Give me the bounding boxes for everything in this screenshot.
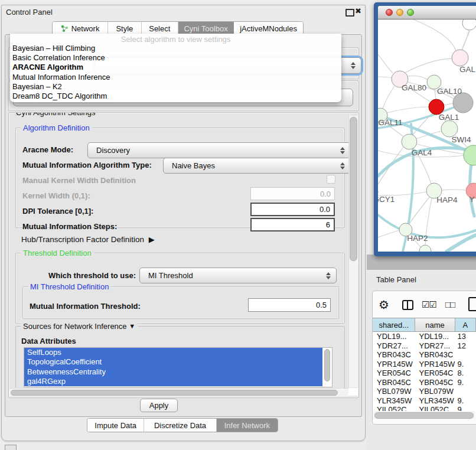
network-node-label: SWI4 bbox=[451, 135, 471, 144]
table-horizontal-scrollbar[interactable] bbox=[373, 411, 475, 419]
which-threshold-combo[interactable]: MI Threshold bbox=[139, 268, 337, 283]
table-row[interactable]: YLR345WYLR345W9. bbox=[373, 396, 476, 406]
settings-vertical-scrollbar[interactable] bbox=[348, 116, 358, 387]
kernel-width-label: Kernel Width (0,1): bbox=[22, 191, 90, 200]
table-cell: YBL079W bbox=[373, 387, 415, 396]
network-edge[interactable] bbox=[442, 190, 466, 190]
network-edge[interactable] bbox=[378, 230, 399, 237]
network-node[interactable] bbox=[402, 134, 417, 149]
manual-kernel-checkbox[interactable] bbox=[327, 175, 335, 184]
popup-item[interactable]: Bayesian – K2 bbox=[10, 82, 341, 92]
data-attributes-list[interactable]: SelfLoopsTopologicalCoefficientBetweenne… bbox=[24, 347, 332, 387]
settings-vscrollbar-thumb[interactable] bbox=[350, 117, 357, 261]
tab-cyni-toolbox-label: Cyni Toolbox bbox=[184, 24, 227, 33]
table-row[interactable]: YBL079WYBL079W bbox=[373, 387, 476, 396]
column-header-clipped[interactable]: A bbox=[455, 318, 476, 331]
network-edge[interactable] bbox=[407, 76, 428, 80]
table-row[interactable]: YBR045CYBR045C9. bbox=[373, 378, 476, 387]
table-row[interactable]: YDL19...YDL19...13 bbox=[373, 332, 476, 341]
zoom-traffic-light-icon[interactable] bbox=[407, 9, 414, 16]
close-traffic-light-icon[interactable] bbox=[386, 9, 393, 16]
network-node[interactable] bbox=[462, 19, 476, 30]
network-canvas-svg: GALGAL80GAL10GAL1SWI4GAL11GAL4GCY1HAP4YH… bbox=[378, 19, 476, 252]
tab-network-label: Network bbox=[71, 24, 100, 33]
table-cell: YBR045C bbox=[415, 378, 455, 387]
table-cell: 9. bbox=[455, 378, 476, 387]
mi-threshold-label: Mutual Information Threshold: bbox=[30, 302, 141, 311]
dpi-tolerance-field[interactable] bbox=[250, 203, 335, 216]
mi-threshold-field[interactable] bbox=[248, 298, 331, 312]
hub-definition-toggle[interactable]: Hub/Transcription Factor Definition ▶ bbox=[21, 235, 152, 244]
network-edge[interactable] bbox=[387, 107, 429, 113]
popup-item[interactable]: Dream8 DC_TDC Algorithm bbox=[10, 92, 341, 101]
network-edge[interactable] bbox=[378, 54, 393, 73]
network-edge[interactable] bbox=[378, 77, 392, 78]
network-node[interactable] bbox=[452, 50, 468, 66]
tab-jactivemnodules[interactable]: jActiveMNodules bbox=[234, 22, 303, 35]
popup-item[interactable]: Basic Correlation Inference bbox=[10, 53, 341, 63]
table-row[interactable]: YER054CYER054C8. bbox=[373, 369, 476, 378]
document-icon[interactable] bbox=[468, 297, 476, 311]
popup-item[interactable]: ARACNE Algorithm bbox=[10, 63, 341, 72]
popup-item[interactable]: Mutual Information Inference bbox=[10, 73, 341, 82]
network-edge[interactable] bbox=[444, 103, 454, 105]
network-icon bbox=[61, 25, 69, 32]
unselect-all-columns-icon[interactable]: □□ bbox=[445, 299, 455, 309]
desktop-background bbox=[367, 255, 476, 270]
network-window-titlebar[interactable] bbox=[378, 6, 476, 19]
attributes-list-scrollbar[interactable] bbox=[324, 348, 331, 386]
network-node[interactable] bbox=[441, 120, 458, 137]
table-cell bbox=[455, 387, 476, 396]
kernel-width-field[interactable] bbox=[250, 187, 335, 200]
apply-button[interactable]: Apply bbox=[140, 399, 178, 412]
network-node[interactable] bbox=[419, 245, 431, 252]
table-cell: 13 bbox=[455, 332, 476, 341]
table-row[interactable]: YDR27...YDR27...12 bbox=[373, 341, 476, 351]
table-row[interactable]: YPR145WYPR145W9. bbox=[373, 360, 476, 369]
popup-item[interactable]: Bayesian – Hill Climbing bbox=[10, 44, 341, 53]
network-edge[interactable] bbox=[378, 147, 403, 187]
table-body[interactable]: YDL19...YDL19...13YDR27...YDR27...12YBR0… bbox=[373, 332, 476, 412]
split-pane-icon[interactable] bbox=[402, 300, 413, 310]
table-panel-title: Table Panel bbox=[376, 275, 416, 284]
column-header-shared-name[interactable]: shared... bbox=[373, 318, 415, 331]
network-canvas[interactable]: GALGAL80GAL10GAL1SWI4GAL11GAL4GCY1HAP4YH… bbox=[378, 19, 476, 252]
network-edge[interactable] bbox=[413, 19, 456, 51]
mi-type-combo[interactable]: Naive Bayes bbox=[163, 158, 351, 174]
select-all-columns-icon[interactable]: ☑☑ bbox=[422, 299, 436, 310]
expanded-arrow-icon[interactable]: ▼ bbox=[129, 322, 135, 330]
tab-style[interactable]: Style bbox=[108, 22, 141, 35]
data-attributes-label: Data Attributes bbox=[21, 337, 76, 345]
float-window-icon[interactable] bbox=[345, 9, 354, 17]
minimize-traffic-light-icon[interactable] bbox=[396, 9, 403, 16]
mi-steps-field[interactable] bbox=[250, 218, 335, 231]
table-hscrollbar-thumb[interactable] bbox=[374, 412, 474, 419]
settings-hscrollbar-thumb[interactable] bbox=[11, 390, 338, 396]
attribute-list-item[interactable]: BetweennessCentrality bbox=[24, 367, 322, 377]
table-row[interactable]: YBR043CYBR043C bbox=[373, 350, 476, 360]
close-icon[interactable]: ✖ bbox=[355, 6, 361, 15]
network-node-label: GAL10 bbox=[437, 87, 462, 96]
gear-icon[interactable]: ⚙ bbox=[379, 298, 389, 312]
tab-discretize-data[interactable]: Discretize Data bbox=[144, 419, 216, 432]
tab-impute-data[interactable]: Impute Data bbox=[87, 419, 144, 432]
attribute-list-item[interactable]: TopologicalCoefficient bbox=[24, 357, 322, 367]
tab-cyni-toolbox[interactable]: Cyni Toolbox bbox=[178, 22, 234, 35]
attribute-list-item[interactable]: gal4RGexp bbox=[24, 377, 322, 386]
settings-horizontal-scrollbar[interactable] bbox=[9, 388, 348, 396]
mi-type-label: Mutual Information Algorithm Type: bbox=[22, 161, 152, 169]
column-header-name[interactable]: name bbox=[415, 318, 455, 331]
tab-network[interactable]: Network bbox=[53, 22, 108, 35]
attributes-scrollbar-thumb[interactable] bbox=[324, 349, 330, 381]
tab-infer-network[interactable]: Infer Network bbox=[217, 419, 278, 432]
network-edge[interactable] bbox=[405, 58, 452, 73]
network-node[interactable] bbox=[453, 93, 473, 113]
combo-arrows-icon bbox=[326, 272, 331, 279]
table-cell bbox=[455, 350, 476, 360]
minimized-panel-icon[interactable] bbox=[5, 445, 17, 450]
tab-select[interactable]: Select bbox=[142, 22, 178, 35]
network-edge[interactable] bbox=[383, 86, 395, 109]
table-cell: YDL19... bbox=[373, 332, 415, 341]
attribute-list-item[interactable]: SelfLoops bbox=[24, 348, 322, 357]
aracne-mode-combo[interactable]: Discovery bbox=[87, 142, 351, 158]
